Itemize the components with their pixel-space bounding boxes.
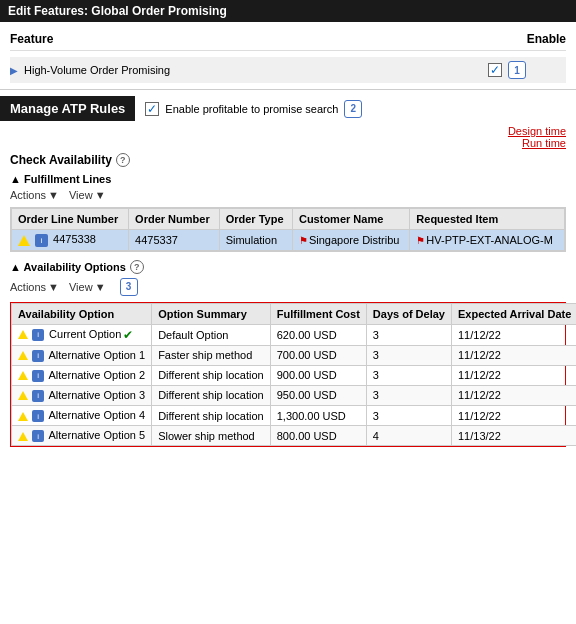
feature-row-hvop: ▶ High-Volume Order Promising 1 <box>10 57 566 83</box>
cell-cost: 1,300.00 USD <box>270 405 366 425</box>
check-availability-row: Check Availability ? <box>0 151 576 169</box>
callout-2-badge: 2 <box>344 100 362 118</box>
enable-col: 1 <box>488 61 566 79</box>
cell-days-delay: 3 <box>366 345 451 365</box>
avail-table-row[interactable]: i Alternative Option 3 Different ship lo… <box>12 385 577 405</box>
avail-table-row[interactable]: i Alternative Option 1 Faster ship metho… <box>12 345 577 365</box>
cell-option-summary: Different ship location <box>152 365 271 385</box>
manage-atp-wrapper: Manage ATP Rules Enable profitable to pr… <box>0 90 576 123</box>
callout-1-badge: 1 <box>508 61 526 79</box>
cell-order-number: 4475337 <box>129 230 220 251</box>
cell-cost: 700.00 USD <box>270 345 366 365</box>
availability-options-section: ▲ Availability Options ? Actions ▼ View … <box>0 260 576 448</box>
cell-avail-option: i Alternative Option 1 <box>12 345 152 365</box>
cell-days-delay: 4 <box>366 426 451 446</box>
avail-view-btn[interactable]: View ▼ <box>69 278 106 296</box>
fulfillment-lines-title: ▲ Fulfillment Lines <box>10 173 566 185</box>
col-fulfill-cost: Fulfillment Cost <box>270 303 366 324</box>
title-text: Edit Features: Global Order Promising <box>8 4 227 18</box>
avail-actions-bar: Actions ▼ View ▼ 3 <box>10 278 566 296</box>
col-order-type: Order Type <box>219 209 292 230</box>
fulfillment-table: Order Line Number Order Number Order Typ… <box>11 208 565 251</box>
availability-options-title: ▲ Availability Options ? <box>10 260 566 274</box>
cell-days-delay: 3 <box>366 365 451 385</box>
col-requested-item: Requested Item <box>410 209 565 230</box>
tabs-row: Design time Run time <box>0 123 576 151</box>
fulfillment-table-container: Order Line Number Order Number Order Typ… <box>10 207 566 252</box>
avail-actions-chevron: ▼ <box>48 281 59 293</box>
cell-avail-option: i Current Option✔ <box>12 324 152 345</box>
cell-option-summary: Different ship location <box>152 385 271 405</box>
avail-view-chevron: ▼ <box>95 281 106 293</box>
cell-avail-option: i Alternative Option 5 <box>12 426 152 446</box>
fulfillment-actions-btn[interactable]: Actions ▼ <box>10 189 59 201</box>
cell-cost: 900.00 USD <box>270 365 366 385</box>
tab-run-time[interactable]: Run time <box>522 137 566 149</box>
col-feature-label: Feature <box>10 32 53 46</box>
avail-table-row[interactable]: i Alternative Option 5 Slower ship metho… <box>12 426 577 446</box>
callout-3-badge: 3 <box>120 278 138 296</box>
cell-days-delay: 3 <box>366 405 451 425</box>
cell-arrival-date: 11/12/22 <box>451 345 576 365</box>
tab-container: Design time Run time <box>508 125 566 149</box>
feature-name-hvop: ▶ High-Volume Order Promising <box>10 64 170 76</box>
col-customer-name: Customer Name <box>292 209 409 230</box>
avail-table-row[interactable]: i Alternative Option 4 Different ship lo… <box>12 405 577 425</box>
cell-order-line: i 4475338 <box>12 230 129 251</box>
col-enable-label: Enable <box>527 32 566 46</box>
check-availability-title: Check Availability ? <box>10 153 566 167</box>
cell-arrival-date: 11/12/22 <box>451 324 576 345</box>
hvop-checkbox[interactable] <box>488 63 502 77</box>
cell-cost: 950.00 USD <box>270 385 366 405</box>
cell-cost: 620.00 USD <box>270 324 366 345</box>
check-avail-help-icon[interactable]: ? <box>116 153 130 167</box>
avail-actions-btn[interactable]: Actions ▼ <box>10 278 59 296</box>
cell-days-delay: 3 <box>366 324 451 345</box>
view-chevron: ▼ <box>95 189 106 201</box>
cell-days-delay: 3 <box>366 385 451 405</box>
cell-customer-name: ⚑Singapore Distribu <box>292 230 409 251</box>
col-order-number: Order Number <box>129 209 220 230</box>
col-arrival-date: Expected Arrival Date <box>451 303 576 324</box>
atp-checkbox-row: Enable profitable to promise search 2 <box>145 100 362 118</box>
actions-chevron: ▼ <box>48 189 59 201</box>
cell-option-summary: Faster ship method <box>152 345 271 365</box>
cell-option-summary: Default Option <box>152 324 271 345</box>
manage-atp-label: Manage ATP Rules <box>0 96 135 121</box>
col-avail-option: Availability Option <box>12 303 152 324</box>
cell-cost: 800.00 USD <box>270 426 366 446</box>
fulfillment-lines-section: ▲ Fulfillment Lines Actions ▼ View ▼ Ord… <box>0 173 576 252</box>
tab-design-time[interactable]: Design time <box>508 125 566 137</box>
title-bar: Edit Features: Global Order Promising <box>0 0 576 22</box>
cell-avail-option: i Alternative Option 4 <box>12 405 152 425</box>
features-section: Feature Enable ▶ High-Volume Order Promi… <box>0 22 576 90</box>
fulfillment-table-row[interactable]: i 4475338 4475337 Simulation ⚑Singapore … <box>12 230 565 251</box>
avail-table-container: Availability Option Option Summary Fulfi… <box>10 302 566 448</box>
cell-requested-item: ⚑HV-PTP-EXT-ANALOG-M <box>410 230 565 251</box>
cell-option-summary: Slower ship method <box>152 426 271 446</box>
avail-options-help-icon[interactable]: ? <box>130 260 144 274</box>
avail-table-row[interactable]: i Alternative Option 2 Different ship lo… <box>12 365 577 385</box>
cell-arrival-date: 11/12/22 <box>451 405 576 425</box>
cell-avail-option: i Alternative Option 2 <box>12 365 152 385</box>
features-header: Feature Enable <box>10 28 566 51</box>
cell-option-summary: Different ship location <box>152 405 271 425</box>
col-option-summary: Option Summary <box>152 303 271 324</box>
triangle-icon: ▶ <box>10 65 18 76</box>
col-days-delay: Days of Delay <box>366 303 451 324</box>
cell-arrival-date: 11/12/22 <box>451 365 576 385</box>
cell-avail-option: i Alternative Option 3 <box>12 385 152 405</box>
cell-order-type: Simulation <box>219 230 292 251</box>
cell-arrival-date: 11/12/22 <box>451 385 576 405</box>
avail-table-row[interactable]: i Current Option✔ Default Option 620.00 … <box>12 324 577 345</box>
col-order-line: Order Line Number <box>12 209 129 230</box>
avail-table: Availability Option Option Summary Fulfi… <box>11 303 576 447</box>
fulfillment-actions-bar: Actions ▼ View ▼ <box>10 189 566 201</box>
cell-arrival-date: 11/13/22 <box>451 426 576 446</box>
fulfillment-view-btn[interactable]: View ▼ <box>69 189 106 201</box>
atp-checkbox[interactable] <box>145 102 159 116</box>
atp-checkbox-label: Enable profitable to promise search <box>165 103 338 115</box>
feature-name-text: High-Volume Order Promising <box>24 64 170 76</box>
